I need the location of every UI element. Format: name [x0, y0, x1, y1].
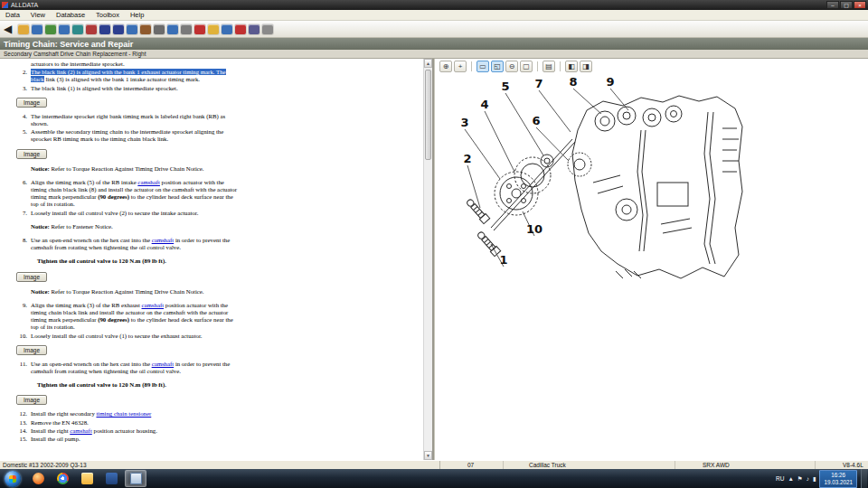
zoom-in-icon[interactable]: ⊕: [439, 61, 452, 72]
pan-icon[interactable]: +: [454, 61, 467, 72]
step-text: Install the oil pump.: [31, 436, 237, 443]
toolbar-separator: [560, 61, 561, 71]
zoom-out-icon[interactable]: ⊖: [505, 61, 518, 72]
next-image-icon[interactable]: ◨: [580, 61, 592, 72]
step-text: Loosely install the oil control valve (2…: [31, 210, 237, 217]
show-desktop-button[interactable]: [861, 469, 867, 488]
notice-label: Notice:: [31, 288, 50, 295]
prev-image-icon[interactable]: ◧: [565, 61, 578, 72]
start-button[interactable]: [5, 471, 21, 487]
image-button[interactable]: Image: [16, 272, 47, 282]
tsb-doc-icon[interactable]: [99, 24, 110, 34]
step-number: 10.: [14, 333, 27, 340]
menu-help[interactable]: Help: [125, 11, 149, 19]
step-number: 3.: [14, 85, 27, 92]
step-text-run: Install the right secondary: [31, 410, 96, 417]
image-toolbar: ⊕+▭◱⊖▢▤◧◨: [435, 59, 868, 74]
zoom-window-icon[interactable]: ◱: [491, 61, 504, 72]
menu-database[interactable]: Database: [51, 11, 90, 19]
action-center-icon[interactable]: ⚑: [797, 475, 803, 483]
step-item: 3.The black link (1) is aligned with the…: [14, 85, 237, 92]
procedure-link[interactable]: camshaft: [142, 302, 165, 308]
image-button[interactable]: Image: [16, 345, 47, 355]
grid-icon[interactable]: [154, 24, 165, 34]
system-tray: RU ▲⚑♪▮ 16:26 19.03.2021: [776, 469, 868, 488]
alldata-icon[interactable]: [125, 470, 146, 487]
menu-view[interactable]: View: [25, 11, 51, 19]
callout-5: 5: [501, 80, 509, 93]
select-icon[interactable]: ▭: [476, 61, 489, 72]
network-icon[interactable]: ▮: [813, 475, 816, 483]
scroll-down-icon[interactable]: ▼: [424, 451, 432, 460]
chart-icon[interactable]: [167, 24, 178, 34]
step-text: Assemble the secondary timing chain to t…: [31, 128, 237, 143]
close-button[interactable]: ×: [854, 1, 866, 9]
callout-leader-line: [485, 111, 514, 172]
step-text: The black link (2) is aligned with the b…: [31, 69, 237, 83]
menu-data[interactable]: Data: [0, 11, 25, 19]
image-button[interactable]: Image: [16, 149, 47, 159]
scroll-up-icon[interactable]: ▲: [424, 59, 432, 68]
step-text-run: (90 degrees): [98, 316, 129, 323]
procedure-link[interactable]: camshaft: [152, 361, 175, 367]
toolbar-separator: [471, 61, 472, 71]
print-icon[interactable]: [262, 24, 273, 34]
procedure-link[interactable]: camshaft: [137, 179, 160, 185]
step-text-run: link (3) is aligned with the bank 1 inta…: [44, 76, 200, 82]
help-icon[interactable]: [249, 24, 259, 34]
info-icon[interactable]: [222, 24, 232, 34]
vertical-scrollbar[interactable]: ▲ ▼: [423, 59, 432, 460]
tray-time: 16:26: [824, 472, 853, 479]
chrome-icon[interactable]: [52, 470, 73, 487]
bulb-icon[interactable]: [208, 24, 219, 34]
flag-icon[interactable]: [235, 24, 246, 34]
minimize-button[interactable]: –: [826, 1, 839, 9]
settings-icon[interactable]: [181, 24, 192, 34]
language-indicator[interactable]: RU: [776, 475, 784, 482]
step-item: 13.Remove the EN 46328.: [14, 419, 237, 427]
oil-control-valve-lower: [476, 230, 501, 257]
search-icon[interactable]: [59, 24, 70, 34]
browser-icon[interactable]: [27, 470, 49, 487]
step-number: 5.: [14, 128, 27, 143]
step-text-run: Remove the EN 46328.: [31, 419, 89, 426]
office-icon[interactable]: [100, 470, 122, 487]
parts-icon[interactable]: [127, 24, 137, 34]
step-number: 8.: [14, 237, 27, 251]
globe-icon[interactable]: [72, 24, 83, 34]
open-folder-icon[interactable]: [18, 24, 29, 34]
step-text-run: Align the timing mark (5) of the RB inta…: [31, 179, 137, 185]
procedure-link[interactable]: camshaft: [70, 427, 92, 434]
maximize-button[interactable]: ▢: [840, 1, 853, 9]
back-button[interactable]: ◀: [4, 23, 12, 34]
step-text: Install the right secondary timing chain…: [31, 410, 237, 418]
step-text-run: Assemble the secondary timing chain to t…: [31, 128, 223, 142]
labor-icon[interactable]: [140, 24, 151, 34]
hidden-icons-icon[interactable]: ▲: [788, 475, 793, 482]
save-icon[interactable]: [32, 24, 42, 34]
tray-icons: ▲⚑♪▮: [788, 475, 816, 483]
step-item: 12.Install the right secondary timing ch…: [14, 410, 237, 418]
vehicle-select-icon[interactable]: [45, 24, 56, 34]
step-number: 2.: [14, 69, 27, 83]
notes-icon[interactable]: [86, 24, 97, 34]
explorer-icon[interactable]: [76, 470, 98, 487]
recall-doc-icon[interactable]: [113, 24, 124, 34]
volume-icon[interactable]: ♪: [807, 475, 809, 482]
callout-2: 2: [463, 152, 471, 165]
engine-diagram-area[interactable]: 12345678910: [435, 74, 868, 460]
image-button[interactable]: Image: [16, 98, 47, 108]
procedure-link[interactable]: timing chain tensioner: [96, 410, 151, 417]
status-database: Domestic #13 2002-2009 Q3-13: [0, 461, 440, 469]
zoom-fit-icon[interactable]: ▢: [520, 61, 533, 72]
print-image-icon[interactable]: ▤: [542, 61, 555, 72]
stop-icon[interactable]: [194, 24, 205, 34]
image-button[interactable]: Image: [16, 395, 47, 405]
menu-toolbox[interactable]: Toolbox: [90, 11, 125, 19]
procedure-link[interactable]: camshaft: [152, 237, 175, 243]
scrollbar-thumb[interactable]: [425, 70, 431, 160]
chrome-icon: [57, 473, 69, 484]
title-bar: ALLDATA – ▢ ×: [0, 0, 868, 10]
clock[interactable]: 16:26 19.03.2021: [819, 470, 857, 488]
alldata-icon: [130, 473, 142, 484]
